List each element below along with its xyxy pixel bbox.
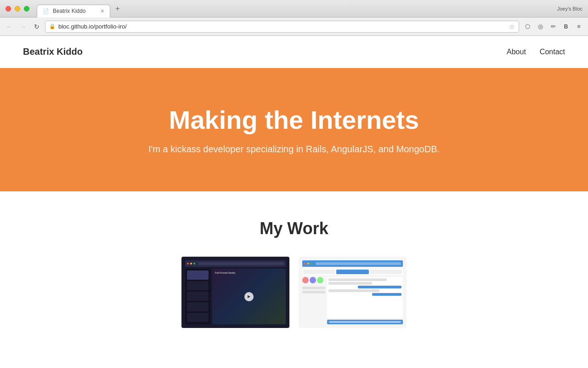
site-logo: Beatrix Kiddo	[23, 46, 83, 57]
about-link[interactable]: About	[507, 48, 526, 56]
mockup-chat-dot-green	[311, 263, 312, 264]
browser-actions: ⬡ ◎ ✏ B ≡	[522, 21, 584, 32]
title-bar: 📄 Beatrix Kiddo × + Joey's Bloc	[0, 0, 588, 17]
mockup-content-1: Full-Frontal Nudity ▶	[185, 269, 286, 324]
work-title: My Work	[23, 219, 565, 238]
work-section: My Work	[0, 191, 588, 346]
work-grid: Full-Frontal Nudity ▶	[23, 257, 565, 328]
bookmark-icon[interactable]: ☆	[509, 23, 515, 30]
bloc-icon[interactable]: B	[560, 21, 571, 32]
msg-5	[372, 293, 401, 296]
window-profile: Joey's Bloc	[557, 6, 582, 12]
minimize-button[interactable]	[15, 6, 20, 12]
project-card-2[interactable]	[299, 257, 407, 328]
mockup-chat-main	[327, 277, 403, 324]
project-card-1[interactable]: Full-Frontal Nudity ▶	[181, 257, 289, 328]
chat-panel	[327, 277, 403, 318]
sidebar-item-2	[187, 281, 209, 290]
mockup-chat-list	[302, 277, 325, 324]
extensions-icon[interactable]: ⬡	[522, 21, 533, 32]
hero-title: Making the Internets	[23, 105, 565, 135]
avatar-1	[302, 277, 309, 283]
forward-button[interactable]: →	[17, 21, 28, 32]
mockup-chat-dot-yellow	[307, 263, 309, 264]
lock-icon: 🔒	[49, 23, 56, 29]
msg-1	[328, 278, 387, 281]
mockup-title-text: Full-Frontal Nudity	[215, 271, 235, 274]
sidebar-item-5	[187, 313, 209, 322]
site-nav-links: About Contact	[507, 48, 565, 56]
mockup-header-1	[185, 260, 286, 267]
mockup-sidebar	[185, 269, 210, 324]
browser-window: 📄 Beatrix Kiddo × + Joey's Bloc ← → ↻ 🔒 …	[0, 0, 588, 368]
mockup-nav-bar	[198, 262, 284, 265]
hero-subtitle: I'm a kickass developer specializing in …	[23, 144, 565, 155]
url-text: bloc.github.io/portfolio-iro/	[58, 23, 506, 30]
msg-3	[358, 286, 401, 288]
tab-favicon: 📄	[43, 8, 49, 14]
chrome-icon[interactable]: ◎	[535, 21, 546, 32]
mockup-tab-bar	[302, 269, 403, 275]
avatar-row	[302, 277, 325, 283]
mockup-tab-2	[336, 270, 368, 274]
avatar-3	[317, 277, 323, 283]
mockup-chat-content	[302, 277, 403, 324]
reload-button[interactable]: ↻	[31, 21, 42, 32]
chat-name-2	[302, 291, 325, 293]
tab-close-button[interactable]: ×	[101, 7, 104, 15]
traffic-lights	[6, 6, 29, 12]
mockup-dot-yellow	[190, 263, 192, 264]
back-button[interactable]: ←	[4, 21, 15, 32]
new-tab-button[interactable]: +	[112, 3, 123, 14]
mockup-chat-nav	[316, 262, 401, 265]
mockup-chat-header	[302, 260, 403, 267]
site-nav: Beatrix Kiddo About Contact	[0, 36, 588, 68]
avatar-2	[310, 277, 316, 283]
mockup-dot-red	[187, 263, 189, 264]
mockup-tab-1	[303, 270, 335, 274]
mockup-main: Full-Frontal Nudity ▶	[212, 269, 286, 324]
menu-icon[interactable]: ≡	[573, 21, 584, 32]
edit-icon[interactable]: ✏	[548, 21, 559, 32]
maximize-button[interactable]	[24, 6, 29, 12]
tab-bar: 📄 Beatrix Kiddo × +	[37, 0, 496, 17]
mockup-chat-dot-red	[304, 263, 306, 264]
active-tab[interactable]: 📄 Beatrix Kiddo ×	[37, 5, 110, 17]
address-bar: ← → ↻ 🔒 bloc.github.io/portfolio-iro/ ☆ …	[0, 17, 588, 36]
url-bar[interactable]: 🔒 bloc.github.io/portfolio-iro/ ☆	[45, 21, 519, 33]
msg-2	[328, 282, 372, 285]
msg-4	[328, 289, 379, 292]
mockup-tab-3	[370, 270, 402, 274]
mockup-dot-green	[193, 263, 195, 264]
hero-section: Making the Internets I'm a kickass devel…	[0, 68, 588, 191]
close-button[interactable]	[6, 6, 11, 12]
sidebar-item-4	[187, 302, 209, 311]
sidebar-item-1	[187, 270, 209, 280]
mockup-music: Full-Frontal Nudity ▶	[181, 257, 289, 328]
sidebar-item-3	[187, 292, 209, 301]
mockup-chat	[299, 257, 407, 328]
mockup-play: ▶	[244, 292, 254, 301]
chat-input-line	[329, 321, 401, 323]
chat-input	[327, 320, 403, 324]
contact-link[interactable]: Contact	[540, 48, 565, 56]
website-content: Beatrix Kiddo About Contact Making the I…	[0, 36, 588, 368]
tab-title: Beatrix Kiddo	[53, 8, 85, 14]
chat-name-1	[302, 287, 325, 289]
